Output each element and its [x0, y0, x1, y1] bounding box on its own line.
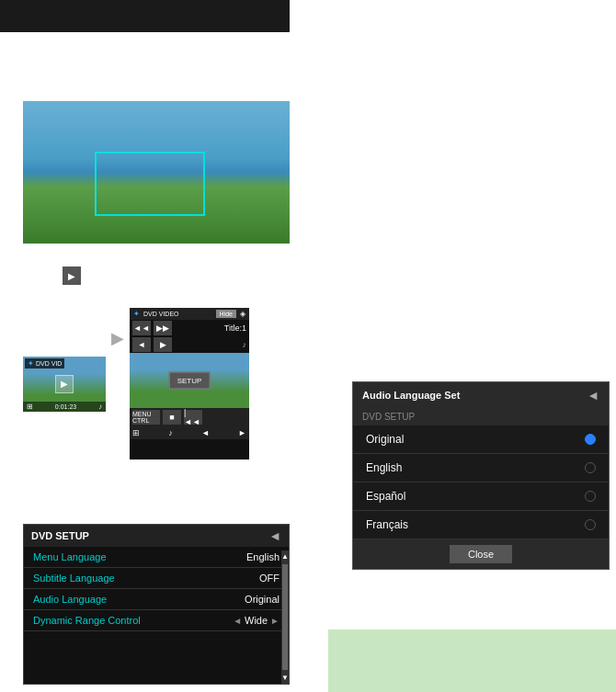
thumb2-header: ✦ DVD VIDEO Hide ◈: [130, 308, 249, 320]
audio-option-english[interactable]: English: [353, 454, 609, 482]
next-frame-button[interactable]: ▶: [154, 337, 172, 352]
menu-ctrl-button[interactable]: MENU CTRL: [132, 410, 160, 425]
thumb1-label: ✦ DVD VID: [25, 358, 64, 369]
audio-option-francais-label: Français: [366, 518, 408, 531]
bottom-audio-icon: ♪: [168, 428, 173, 437]
audio-option-original-label: Original: [366, 433, 404, 446]
thumb2-dvd-star-icon: ✦: [133, 310, 140, 318]
audio-option-francais-indicator: [585, 519, 596, 530]
navigate-arrow-button[interactable]: [63, 267, 81, 285]
thumbnail-row: ✦ DVD VID ▶ ⊞ 0:01:23 ♪ ▶ ✦ DVD VIDEO Hi…: [23, 308, 249, 459]
thumb2-menu-row: MENU CTRL ■ |◄◄: [130, 408, 249, 426]
audio-language-popup: Audio Language Set ◄ DVD SETUP Original …: [352, 381, 610, 570]
dynamic-range-value: ◄ Wide ►: [233, 615, 279, 626]
main-image: [23, 101, 290, 244]
dvd-setup-title: DVD SETUP: [31, 530, 89, 541]
setup-row-menu-language[interactable]: Menu Language English: [24, 547, 289, 568]
audio-dvd-label: DVD SETUP: [362, 412, 415, 422]
audio-popup-title: Audio Language Set: [362, 390, 460, 401]
thumb2-hide-button[interactable]: Hide: [216, 310, 236, 318]
skip-back-button[interactable]: |◄◄: [184, 410, 202, 425]
audio-option-francais[interactable]: Français: [353, 511, 609, 539]
title-label: Title:1: [224, 323, 246, 333]
bottom-right-icon: ►: [238, 428, 246, 437]
menu-language-label: Menu Language: [33, 551, 107, 562]
top-bar: [0, 0, 290, 32]
thumbnail-1[interactable]: ✦ DVD VID ▶ ⊞ 0:01:23 ♪: [23, 357, 106, 412]
bottom-left-icon: ◄: [201, 428, 210, 437]
thumb2-extra-icon: ◈: [240, 310, 245, 318]
thumb1-audio-icon: ♪: [98, 403, 102, 411]
thumbnail-2-large: ✦ DVD VIDEO Hide ◈ ◄◄ ▶▶ Title:1 ◄ ▶ ♪ S…: [130, 308, 249, 459]
setup-row-dynamic-range[interactable]: Dynamic Range Control ◄ Wide ►: [24, 610, 289, 631]
scroll-up-arrow[interactable]: ▲: [281, 552, 289, 561]
green-status-bar: [328, 630, 616, 692]
volume-icon: ♪: [243, 340, 247, 349]
scroll-down-arrow[interactable]: ▼: [281, 674, 289, 682]
rewind-button[interactable]: ◄◄: [132, 321, 151, 335]
ctrl-row-1: ◄◄ ▶▶ Title:1: [130, 320, 249, 336]
dvd-star-icon: ✦: [28, 359, 34, 368]
audio-option-original-indicator: [585, 434, 596, 445]
thumb1-grid-icon: ⊞: [27, 403, 33, 411]
thumb2-controls: ◄◄ ▶▶ Title:1 ◄ ▶ ♪: [130, 320, 249, 353]
audio-option-english-indicator: [585, 462, 596, 473]
audio-option-espanol-label: Español: [366, 490, 405, 503]
dynamic-range-label: Dynamic Range Control: [33, 615, 141, 626]
setup-row-subtitle-language[interactable]: Subtitle Language OFF: [24, 568, 289, 589]
mid-arrow-icon: ▶: [111, 328, 124, 348]
scroll-thumb[interactable]: [282, 564, 288, 670]
thumb1-play-overlay[interactable]: ▶: [55, 375, 74, 393]
prev-frame-button[interactable]: ◄: [132, 337, 151, 352]
menu-language-value: English: [246, 551, 279, 562]
ctrl-row-2: ◄ ▶ ♪: [130, 336, 249, 353]
thumb1-title: DVD VID: [36, 360, 62, 367]
audio-option-english-label: English: [366, 461, 402, 474]
setup-button[interactable]: SETUP: [169, 372, 211, 390]
thumb2-image: SETUP: [130, 353, 249, 408]
dynamic-range-right-arrow[interactable]: ►: [270, 616, 279, 626]
stop-button[interactable]: ■: [163, 410, 181, 425]
audio-language-label: Audio Language: [33, 594, 107, 605]
subtitle-language-value: OFF: [259, 573, 279, 584]
image-selection-box: [95, 152, 205, 216]
dvd-setup-back-button[interactable]: ◄: [268, 528, 281, 543]
audio-option-espanol-indicator: [585, 491, 596, 502]
audio-popup-back-button[interactable]: ◄: [587, 388, 599, 403]
subtitle-language-label: Subtitle Language: [33, 573, 115, 584]
audio-language-value: Original: [245, 594, 279, 605]
thumb2-bottom-row: ⊞ ♪ ◄ ►: [130, 426, 249, 439]
audio-popup-header: Audio Language Set ◄: [353, 382, 609, 408]
fast-forward-button[interactable]: ▶▶: [154, 321, 172, 335]
bottom-grid-icon: ⊞: [132, 428, 140, 437]
setup-row-audio-language[interactable]: Audio Language Original: [24, 589, 289, 610]
audio-dvd-setup-row: DVD SETUP: [353, 408, 609, 425]
thumb1-time: 0:01:23: [55, 403, 76, 410]
audio-option-original[interactable]: Original: [353, 425, 609, 454]
thumb1-bottom: ⊞ 0:01:23 ♪: [23, 402, 106, 412]
dvd-setup-panel: DVD SETUP ◄ Menu Language English Subtit…: [23, 524, 290, 685]
audio-option-espanol[interactable]: Español: [353, 482, 609, 511]
audio-close-button-row: Close: [353, 539, 609, 569]
thumb2-title: DVD VIDEO: [143, 311, 179, 317]
audio-close-button[interactable]: Close: [450, 545, 512, 563]
dvd-setup-header: DVD SETUP ◄: [24, 525, 289, 547]
thumb2-header-left: ✦ DVD VIDEO: [133, 310, 179, 318]
setup-scrollbar: ▲ ▼: [281, 550, 289, 684]
dynamic-range-left-arrow[interactable]: ◄: [233, 616, 242, 626]
dynamic-range-val: Wide: [245, 615, 268, 626]
